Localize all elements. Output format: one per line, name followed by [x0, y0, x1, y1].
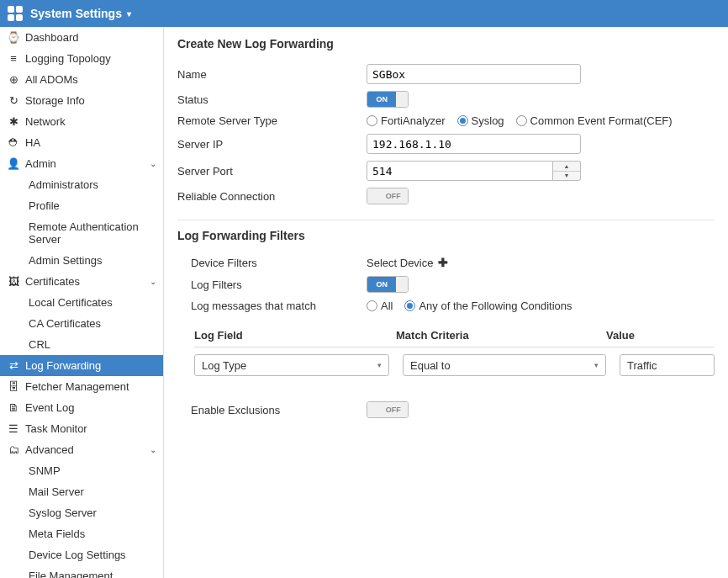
sidebar-item-storage-info[interactable]: ↻ Storage Info: [0, 90, 163, 111]
sidebar-item-remote-auth[interactable]: Remote Authentication Server: [25, 216, 163, 250]
sidebar-item-device-log-settings[interactable]: Device Log Settings: [25, 544, 163, 565]
sidebar-item-label: Advanced: [25, 443, 74, 456]
radio-syslog[interactable]: Syslog: [457, 114, 504, 127]
svg-rect-0: [8, 6, 14, 13]
log-field-select[interactable]: Log Type ▾: [194, 354, 389, 376]
radio-icon: [457, 115, 468, 126]
toggle-on-text: ON: [376, 95, 388, 103]
forward-icon: ⇄: [7, 359, 20, 372]
header-title-dropdown[interactable]: System Settings ▾: [30, 7, 131, 20]
value-select[interactable]: Traffic: [620, 354, 715, 376]
sidebar-item-label: File Management: [29, 570, 113, 578]
sidebar-item-label: All ADOMs: [25, 73, 78, 86]
radio-cef[interactable]: Common Event Format(CEF): [516, 114, 673, 127]
select-device-text: Select Device: [367, 257, 433, 269]
sidebar-item-label: SNMP: [29, 464, 61, 477]
sidebar-item-label: Local Certificates: [29, 296, 113, 309]
radio-match-any[interactable]: Any of the Following Conditions: [404, 300, 572, 312]
dropdown-value: Traffic: [627, 359, 657, 372]
sidebar-item-admin-settings[interactable]: Admin Settings: [25, 250, 163, 271]
name-label: Name: [177, 68, 367, 81]
sidebar-item-admin[interactable]: 👤 Admin ⌄: [0, 153, 163, 174]
select-device-button[interactable]: Select Device ✚: [367, 256, 715, 269]
sidebar-item-label: Admin Settings: [29, 254, 102, 267]
sidebar-item-administrators[interactable]: Administrators: [25, 174, 163, 195]
chevron-down-icon: ⌄: [150, 445, 156, 454]
log-filters-toggle[interactable]: ON: [367, 276, 409, 293]
chevron-down-icon: ⌄: [150, 277, 156, 286]
radio-match-all[interactable]: All: [367, 300, 393, 312]
sidebar-item-snmp[interactable]: SNMP: [25, 460, 163, 481]
match-criteria-select[interactable]: Equal to ▾: [403, 354, 606, 376]
sidebar-item-ca-certs[interactable]: CA Certificates: [25, 313, 163, 334]
radio-icon: [404, 300, 415, 311]
sidebar-item-label: Meta Fields: [29, 528, 85, 540]
task-icon: ☰: [7, 422, 20, 435]
sidebar-item-advanced[interactable]: 🗂 Advanced ⌄: [0, 439, 163, 460]
separator: [177, 220, 715, 220]
sidebar-item-profile[interactable]: Profile: [25, 195, 163, 216]
filter-table: Log Field Match Criteria Value Log Type …: [177, 324, 715, 383]
sidebar-item-label: Task Monitor: [25, 422, 87, 435]
sidebar-item-label: Logging Topology: [25, 52, 111, 65]
svg-rect-3: [16, 14, 23, 21]
chevron-down-icon: ⌄: [150, 159, 156, 168]
sidebar-item-logging-topology[interactable]: ≡ Logging Topology: [0, 48, 163, 69]
enable-excl-label: Enable Exclusions: [177, 404, 367, 416]
toggle-on-text: ON: [376, 280, 388, 289]
sidebar-item-crl[interactable]: CRL: [25, 334, 163, 355]
stepper-up-icon[interactable]: ▲: [553, 162, 580, 172]
stepper-down-icon[interactable]: ▼: [553, 172, 580, 181]
chevron-down-icon: ▾: [377, 361, 382, 369]
app-header: System Settings ▾: [0, 0, 728, 27]
radio-fortianalyzer[interactable]: FortiAnalyzer: [367, 114, 446, 127]
server-ip-label: Server IP: [177, 138, 367, 151]
svg-rect-1: [16, 6, 23, 13]
status-label: Status: [177, 93, 367, 106]
name-input[interactable]: [367, 64, 581, 84]
reliable-label: Reliable Connection: [177, 190, 367, 203]
sidebar-item-label: HA: [25, 136, 40, 149]
main-content: Create New Log Forwarding Name Status ON…: [164, 27, 728, 578]
status-toggle[interactable]: ON: [367, 91, 409, 108]
stepper-buttons: ▲ ▼: [553, 161, 581, 181]
sidebar-item-syslog-server[interactable]: Syslog Server: [25, 502, 163, 523]
sidebar-item-file-management[interactable]: File Management: [25, 565, 163, 578]
sidebar-item-label: Syslog Server: [29, 506, 97, 519]
sidebar-item-label: Storage Info: [25, 94, 85, 107]
port-stepper: ▲ ▼: [367, 161, 581, 181]
remote-type-label: Remote Server Type: [177, 114, 367, 127]
sidebar-item-task-monitor[interactable]: ☰ Task Monitor: [0, 418, 163, 439]
sidebar-item-label: Profile: [29, 199, 60, 212]
sidebar-item-label: CA Certificates: [29, 317, 101, 330]
fetcher-icon: 🗄: [7, 380, 20, 393]
server-ip-input[interactable]: [367, 134, 581, 154]
sidebar-item-network[interactable]: ✱ Network: [0, 111, 163, 132]
col-match-criteria: Match Criteria: [396, 329, 606, 342]
reliable-toggle[interactable]: OFF: [367, 188, 409, 204]
enable-exclusions-toggle[interactable]: OFF: [367, 401, 409, 418]
filter-table-header: Log Field Match Criteria Value: [194, 324, 715, 347]
sidebar-item-mail-server[interactable]: Mail Server: [25, 481, 163, 502]
sidebar-item-all-adoms[interactable]: ⊕ All ADOMs: [0, 69, 163, 90]
match-label: Log messages that match: [177, 300, 367, 312]
sidebar-item-meta-fields[interactable]: Meta Fields: [25, 523, 163, 544]
filters-title: Log Forwarding Filters: [177, 229, 715, 242]
storage-icon: ↻: [7, 94, 20, 107]
sidebar-item-certificates[interactable]: 🖼 Certificates ⌄: [0, 271, 163, 292]
log-filters-label: Log Filters: [177, 278, 367, 291]
server-port-input[interactable]: [367, 161, 553, 181]
sidebar-item-log-forwarding[interactable]: ⇄ Log Forwarding: [0, 355, 163, 376]
filter-table-row: Log Type ▾ Equal to ▾ Traffic: [194, 347, 715, 383]
sidebar-item-local-certs[interactable]: Local Certificates: [25, 292, 163, 313]
sidebar-item-fetcher[interactable]: 🗄 Fetcher Management: [0, 376, 163, 397]
cert-icon: 🖼: [7, 275, 20, 288]
sidebar-item-event-log[interactable]: 🗎 Event Log: [0, 397, 163, 418]
sidebar-item-dashboard[interactable]: ⌚ Dashboard: [0, 27, 163, 48]
radio-label: FortiAnalyzer: [381, 114, 446, 127]
sidebar-item-label: Dashboard: [25, 31, 79, 44]
svg-rect-2: [8, 14, 14, 21]
sidebar: ⌚ Dashboard ≡ Logging Topology ⊕ All ADO…: [0, 27, 164, 578]
event-icon: 🗎: [7, 401, 20, 414]
sidebar-item-ha[interactable]: ⛑ HA: [0, 132, 163, 153]
